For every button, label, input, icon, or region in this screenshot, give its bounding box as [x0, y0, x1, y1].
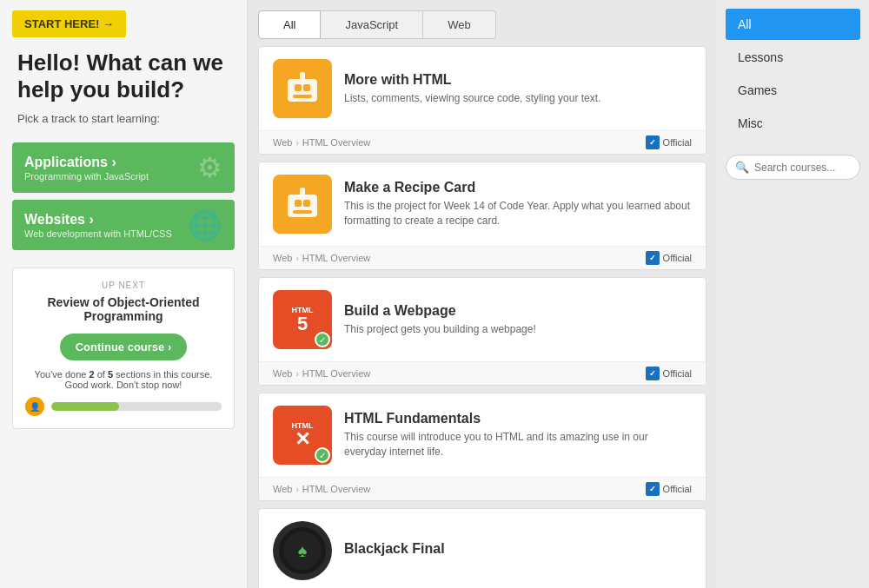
- start-here-label: START HERE! →: [24, 17, 114, 30]
- progress-text: You've done 2 of 5 sections in this cour…: [25, 369, 222, 390]
- course-desc: Lists, comments, viewing source code, st…: [344, 91, 692, 106]
- breadcrumb-chevron: ›: [295, 254, 298, 263]
- filter-lessons[interactable]: Lessons: [726, 42, 860, 73]
- svg-rect-11: [300, 188, 305, 196]
- breadcrumb-chevron: ›: [295, 369, 298, 379]
- course-card-inner: Make a Recipe Card This is the project f…: [259, 162, 706, 246]
- tabs-row: All JavaScript Web: [258, 10, 706, 39]
- left-sidebar: START HERE! → Hello! What can we help yo…: [0, 0, 248, 588]
- course-breadcrumb: Web › HTML Overview: [273, 368, 370, 379]
- completed-checkmark: ✓: [315, 332, 330, 347]
- filter-all[interactable]: All: [726, 9, 860, 40]
- applications-track-content: Applications › Programming with JavaScri…: [24, 155, 149, 182]
- course-card-build-webpage[interactable]: HTML 5 ✓ Build a Webpage This project ge…: [258, 277, 706, 386]
- up-next-label: UP NEXT: [25, 281, 222, 290]
- course-icon-robot-2: [273, 175, 332, 234]
- applications-track-button[interactable]: Applications › Programming with JavaScri…: [12, 142, 235, 193]
- course-card-recipe[interactable]: Make a Recipe Card This is the project f…: [258, 162, 706, 270]
- progress-bar-wrap: 👤: [25, 397, 222, 416]
- hero-subtext: Pick a track to start learning:: [17, 112, 229, 125]
- search-icon: 🔍: [735, 161, 749, 174]
- svg-rect-5: [300, 72, 305, 81]
- course-desc: This course will introduce you to HTML a…: [344, 430, 692, 459]
- hero-heading: Hello! What can we help you build?: [17, 50, 229, 103]
- course-footer: Web › HTML Overview ✓ Official: [259, 246, 706, 269]
- course-footer: Web › HTML Overview ✓ Official: [259, 361, 706, 385]
- up-next-box: UP NEXT Review of Object-Oriented Progra…: [12, 268, 235, 429]
- svg-text:♠: ♠: [298, 541, 308, 560]
- hero-section: Hello! What can we help you build? Pick …: [0, 37, 247, 142]
- official-icon: ✓: [646, 367, 660, 380]
- course-title: Build a Webpage: [344, 303, 692, 319]
- svg-rect-9: [303, 200, 310, 207]
- course-title: HTML Fundamentals: [344, 411, 692, 426]
- course-title: Blackjack Final: [344, 541, 692, 557]
- websites-track-sub: Web development with HTML/CSS: [24, 228, 172, 239]
- start-here-button[interactable]: START HERE! →: [12, 10, 126, 37]
- websites-track-icon: 🌐: [188, 208, 222, 241]
- course-info: More with HTML Lists, comments, viewing …: [344, 72, 692, 106]
- svg-rect-2: [295, 84, 302, 91]
- course-icon-html5: HTML 5 ✓: [273, 290, 332, 349]
- course-card-more-html[interactable]: More with HTML Lists, comments, viewing …: [258, 46, 706, 155]
- course-desc: This is the project for Week 14 of Code …: [344, 199, 692, 228]
- tab-web[interactable]: Web: [423, 10, 496, 39]
- official-icon: ✓: [646, 482, 660, 496]
- course-card-inner: HTML 5 ✓ Build a Webpage This project ge…: [259, 278, 706, 361]
- websites-track-content: Websites › Web development with HTML/CSS: [24, 212, 172, 239]
- websites-track-button[interactable]: Websites › Web development with HTML/CSS…: [12, 200, 235, 250]
- course-info: Blackjack Final: [344, 541, 692, 560]
- official-icon: ✓: [646, 251, 660, 265]
- official-badge: ✓ Official: [646, 251, 692, 265]
- filter-misc[interactable]: Misc: [726, 108, 860, 139]
- svg-rect-8: [295, 200, 302, 207]
- official-icon: ✓: [646, 135, 660, 149]
- course-footer: Web › HTML Overview ✓ Official: [259, 130, 706, 154]
- progress-note: Good work. Don't stop now!: [65, 380, 182, 390]
- svg-rect-1: [288, 79, 317, 102]
- search-box[interactable]: 🔍: [726, 155, 860, 180]
- progress-bar-fill: [51, 402, 119, 411]
- course-icon-html-fund: HTML ✕ ✓: [273, 406, 332, 465]
- course-card-inner: HTML ✕ ✓ HTML Fundamentals This course w…: [259, 393, 706, 477]
- course-title: Make a Recipe Card: [344, 180, 692, 195]
- continue-course-button[interactable]: Continue course ›: [60, 334, 188, 360]
- course-icon-robot: [273, 59, 332, 118]
- course-icon-blackjack: ♠: [273, 521, 332, 580]
- progress-bar-bg: [51, 402, 222, 411]
- svg-rect-4: [293, 95, 312, 98]
- svg-rect-3: [303, 84, 310, 91]
- course-card-inner: More with HTML Lists, comments, viewing …: [259, 47, 706, 130]
- tab-all[interactable]: All: [258, 10, 321, 39]
- course-breadcrumb: Web › HTML Overview: [273, 253, 370, 263]
- course-footer: Web › HTML Overview ✓ Official: [259, 477, 706, 500]
- course-info: Make a Recipe Card This is the project f…: [344, 180, 692, 228]
- course-info: Build a Webpage This project gets you bu…: [344, 303, 692, 337]
- breadcrumb-chevron: ›: [295, 485, 298, 494]
- applications-track-sub: Programming with JavaScript: [24, 171, 149, 182]
- svg-rect-7: [288, 195, 317, 217]
- completed-checkmark: ✓: [315, 447, 330, 463]
- websites-track-title: Websites ›: [24, 212, 172, 228]
- course-breadcrumb: Web › HTML Overview: [273, 484, 370, 494]
- course-desc: This project gets you building a webpage…: [344, 322, 692, 337]
- search-input[interactable]: [754, 162, 851, 174]
- official-badge: ✓ Official: [646, 135, 692, 149]
- course-card-html-fundamentals[interactable]: HTML ✕ ✓ HTML Fundamentals This course w…: [258, 393, 706, 501]
- svg-rect-10: [293, 210, 312, 214]
- applications-track-icon: ⚙: [197, 151, 222, 184]
- applications-track-title: Applications ›: [24, 155, 149, 170]
- official-badge: ✓ Official: [646, 482, 692, 496]
- course-title: More with HTML: [344, 72, 692, 88]
- course-card-inner: ♠ Blackjack Final: [259, 509, 706, 588]
- official-badge: ✓ Official: [646, 367, 692, 380]
- progress-avatar: 👤: [25, 397, 44, 416]
- up-next-title: Review of Object-Oriented Programming: [25, 295, 222, 323]
- course-card-blackjack[interactable]: ♠ Blackjack Final: [258, 508, 706, 588]
- tab-javascript[interactable]: JavaScript: [321, 10, 423, 39]
- course-info: HTML Fundamentals This course will intro…: [344, 411, 692, 459]
- main-content: All JavaScript Web More with HTML Lists,…: [248, 0, 717, 588]
- breadcrumb-chevron: ›: [295, 138, 298, 148]
- filter-games[interactable]: Games: [726, 75, 860, 106]
- right-sidebar: All Lessons Games Misc 🔍: [717, 0, 869, 588]
